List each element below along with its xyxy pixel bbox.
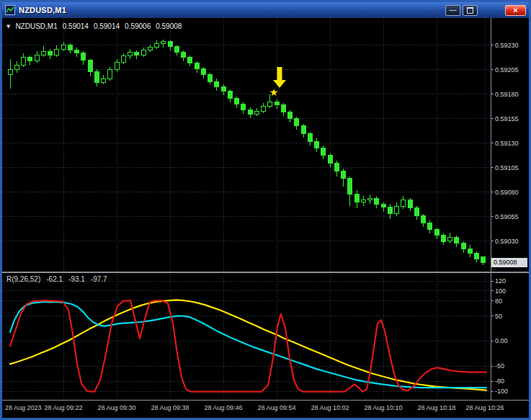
window-icon: [5, 5, 15, 15]
ohlc-close: 0.59008: [156, 22, 182, 30]
indicator-axis[interactable]: [491, 274, 529, 399]
candles: [8, 40, 486, 265]
chart-window: NZDUSD,M1 — × ★ 0.592300.592050.591800.5…: [0, 0, 531, 420]
minimize-button[interactable]: —: [445, 5, 460, 16]
window-title: NZDUSD,M1: [19, 6, 66, 14]
ohlc-high: 0.59014: [94, 22, 120, 30]
restore-icon: [467, 7, 473, 14]
chart-marker-icon: ▼: [6, 24, 10, 30]
indicator-value-1: -62.1: [46, 275, 63, 283]
indicator-value-3: -97.7: [91, 275, 107, 283]
signal-star-icon: ★: [269, 86, 279, 98]
indicator-name: R(9,26,52): [6, 275, 40, 283]
ohlc-low: 0.59006: [125, 22, 151, 30]
restore-button[interactable]: [463, 5, 478, 16]
indicator-readout: R(9,26,52) -62.1 -93.1 -97.7: [6, 275, 107, 283]
price-axis[interactable]: [491, 18, 529, 272]
close-button[interactable]: ×: [505, 5, 526, 16]
oscillator-line-fast: [10, 300, 486, 392]
window-titlebar[interactable]: NZDUSD,M1 — ×: [2, 2, 529, 18]
ohlc-readout: ▼ NZDUSD,M1 0.59014 0.59014 0.59006 0.59…: [6, 22, 182, 30]
ohlc-open: 0.59014: [63, 22, 89, 30]
chart-area: ★ 0.592300.592050.591800.591550.591300.5…: [2, 18, 529, 418]
time-axis[interactable]: [2, 401, 529, 418]
chart-canvas[interactable]: ★: [2, 18, 529, 418]
window-controls: — ×: [443, 5, 526, 16]
oscillator-line-medium: [10, 302, 486, 388]
ohlc-symbol: NZDUSD,M1: [15, 22, 57, 30]
indicator-value-2: -93.1: [68, 275, 85, 283]
